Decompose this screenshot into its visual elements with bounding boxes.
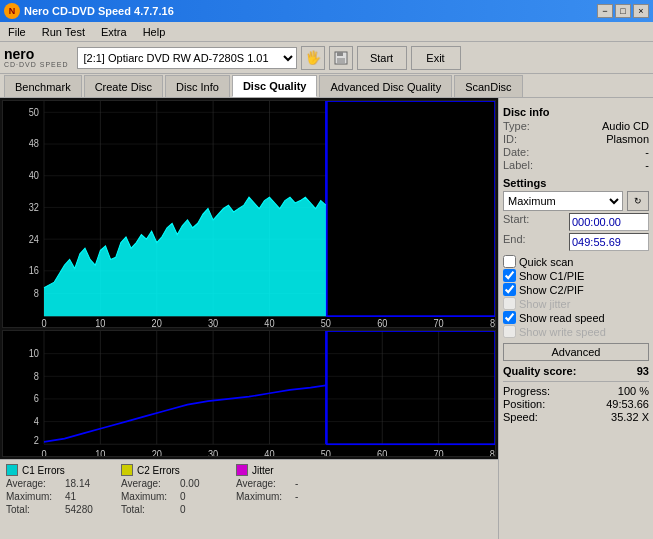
progress-label: Progress: xyxy=(503,385,550,397)
speed-label: Speed: xyxy=(503,411,538,423)
jitter-row: Show jitter xyxy=(503,297,649,310)
disc-type-row: Type: Audio CD xyxy=(503,120,649,132)
progress-row: Progress: 100 % xyxy=(503,385,649,397)
jitter-max-label: Maximum: xyxy=(236,491,291,502)
disc-id-row: ID: Plasmon xyxy=(503,133,649,145)
speed-value: 35.32 X xyxy=(611,411,649,423)
disc-type-label: Type: xyxy=(503,120,530,132)
c1-max-row: Maximum: 41 xyxy=(6,491,105,502)
svg-text:40: 40 xyxy=(264,449,275,456)
svg-text:10: 10 xyxy=(95,318,106,327)
save-icon[interactable] xyxy=(329,46,353,70)
maximize-button[interactable]: □ xyxy=(615,4,631,18)
menu-help[interactable]: Help xyxy=(139,24,170,40)
c2-legend: C2 Errors Average: 0.00 Maximum: 0 Total… xyxy=(121,464,220,535)
c1-pie-label: Show C1/PIE xyxy=(519,270,584,282)
tab-advanced-disc-quality[interactable]: Advanced Disc Quality xyxy=(319,75,452,97)
c2-pif-label: Show C2/PIF xyxy=(519,284,584,296)
quality-score-label: Quality score: xyxy=(503,365,576,377)
c1-total-value: 54280 xyxy=(65,504,105,515)
svg-text:32: 32 xyxy=(29,201,39,213)
tab-scan-disc[interactable]: ScanDisc xyxy=(454,75,522,97)
minimize-button[interactable]: − xyxy=(597,4,613,18)
svg-text:30: 30 xyxy=(208,318,219,327)
write-speed-checkbox xyxy=(503,325,516,338)
c2-avg-value: 0.00 xyxy=(180,478,220,489)
advanced-button[interactable]: Advanced xyxy=(503,343,649,361)
c1-total-label: Total: xyxy=(6,504,61,515)
c2-color-box xyxy=(121,464,133,476)
c2-max-value: 0 xyxy=(180,491,220,502)
quality-score-value: 93 xyxy=(637,365,649,377)
toolbar: nero CD·DVD SPEED [2:1] Optiarc DVD RW A… xyxy=(0,42,653,74)
top-chart: 50 48 40 32 24 16 8 0 10 20 30 40 50 xyxy=(2,100,496,328)
c2-avg-label: Average: xyxy=(121,478,176,489)
read-speed-checkbox[interactable] xyxy=(503,311,516,324)
jitter-header: Jitter xyxy=(236,464,335,476)
start-button[interactable]: Start xyxy=(357,46,407,70)
jitter-check-label: Show jitter xyxy=(519,298,570,310)
disc-date-row: Date: - xyxy=(503,146,649,158)
position-label: Position: xyxy=(503,398,545,410)
svg-text:70: 70 xyxy=(434,449,445,456)
disc-id-label: ID: xyxy=(503,133,517,145)
close-button[interactable]: × xyxy=(633,4,649,18)
c2-pif-checkbox[interactable] xyxy=(503,283,516,296)
c2-header: C2 Errors xyxy=(121,464,220,476)
jitter-avg-row: Average: - xyxy=(236,478,335,489)
svg-text:70: 70 xyxy=(434,318,445,327)
disc-label-label: Label: xyxy=(503,159,533,171)
jitter-avg-value: - xyxy=(295,478,335,489)
speed-select[interactable]: Maximum xyxy=(503,191,623,211)
disc-date-value: - xyxy=(645,146,649,158)
svg-text:10: 10 xyxy=(95,449,106,456)
c1-max-label: Maximum: xyxy=(6,491,61,502)
c2-pif-row: Show C2/PIF xyxy=(503,283,649,296)
c1-legend: C1 Errors Average: 18.14 Maximum: 41 Tot… xyxy=(6,464,105,535)
quick-scan-checkbox[interactable] xyxy=(503,255,516,268)
app-icon: N xyxy=(4,3,20,19)
start-time-label: Start: xyxy=(503,213,529,231)
tab-benchmark[interactable]: Benchmark xyxy=(4,75,82,97)
c2-label: C2 Errors xyxy=(137,465,180,476)
titlebar-controls[interactable]: − □ × xyxy=(597,4,649,18)
svg-text:50: 50 xyxy=(321,318,332,327)
speed-row: Speed: 35.32 X xyxy=(503,411,649,423)
menu-run-test[interactable]: Run Test xyxy=(38,24,89,40)
read-speed-label: Show read speed xyxy=(519,312,605,324)
c1-max-value: 41 xyxy=(65,491,105,502)
tab-disc-quality[interactable]: Disc Quality xyxy=(232,75,318,97)
svg-rect-2 xyxy=(337,58,345,63)
svg-text:20: 20 xyxy=(152,318,163,327)
titlebar-left: N Nero CD-DVD Speed 4.7.7.16 xyxy=(4,3,174,19)
svg-text:60: 60 xyxy=(377,449,388,456)
top-chart-svg: 50 48 40 32 24 16 8 0 10 20 30 40 50 xyxy=(3,101,495,327)
menu-extra[interactable]: Extra xyxy=(97,24,131,40)
c2-total-label: Total: xyxy=(121,504,176,515)
svg-text:0: 0 xyxy=(41,318,47,327)
c2-max-row: Maximum: 0 xyxy=(121,491,220,502)
jitter-avg-label: Average: xyxy=(236,478,291,489)
exit-button[interactable]: Exit xyxy=(411,46,461,70)
titlebar: N Nero CD-DVD Speed 4.7.7.16 − □ × xyxy=(0,0,653,22)
write-speed-label: Show write speed xyxy=(519,326,606,338)
c1-color-box xyxy=(6,464,18,476)
svg-text:30: 30 xyxy=(208,449,219,456)
quality-score-row: Quality score: 93 xyxy=(503,365,649,377)
jitter-checkbox xyxy=(503,297,516,310)
tab-create-disc[interactable]: Create Disc xyxy=(84,75,163,97)
speed-refresh-button[interactable]: ↻ xyxy=(627,191,649,211)
write-speed-row: Show write speed xyxy=(503,325,649,338)
tab-disc-info[interactable]: Disc Info xyxy=(165,75,230,97)
svg-text:0: 0 xyxy=(41,449,47,456)
c1-label: C1 Errors xyxy=(22,465,65,476)
menu-file[interactable]: File xyxy=(4,24,30,40)
disc-label-value: - xyxy=(645,159,649,171)
drive-select[interactable]: [2:1] Optiarc DVD RW AD-7280S 1.01 xyxy=(77,47,297,69)
c2-avg-row: Average: 0.00 xyxy=(121,478,220,489)
speed-settings-row: Maximum ↻ xyxy=(503,191,649,211)
hand-icon[interactable]: 🖐 xyxy=(301,46,325,70)
svg-text:10: 10 xyxy=(29,348,40,360)
c1-pie-checkbox[interactable] xyxy=(503,269,516,282)
c1-pie-row: Show C1/PIE xyxy=(503,269,649,282)
